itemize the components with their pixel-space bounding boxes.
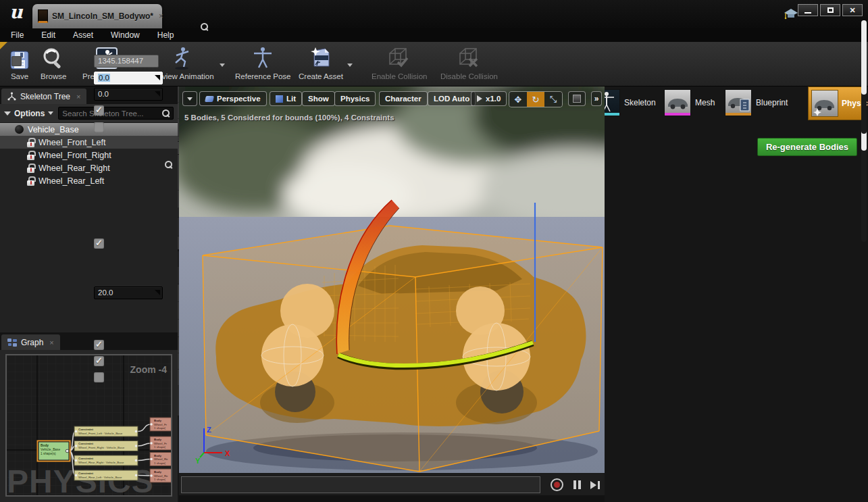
graph-panel: Graph × PHYSICS Zoom -4 [0,332,178,502]
angular-damping-field[interactable]: 0.0 [94,88,163,101]
grid-snap-button[interactable] [568,91,586,106]
viewport-stats: 5 Bodies, 5 Considered for bounds (100%)… [184,114,394,122]
menu-edit[interactable]: Edit [41,30,55,40]
tab-close-icon[interactable]: × [76,93,80,101]
vehicle-base-collision-box[interactable] [203,226,603,472]
preview-animation-dropdown-icon[interactable] [220,64,225,67]
perspective-button[interactable]: Perspective [199,91,267,106]
record-button[interactable] [549,477,565,493]
svg-text:Wheel_Fr: Wheel_Fr [154,423,168,426]
graph-node-body-wheel-rear-left[interactable]: Body Wheel_Re 1 shape( [150,469,171,482]
tab-graph[interactable]: Graph × [1,334,60,350]
preview-animation-icon [170,46,193,70]
disable-collision-button[interactable]: Disable Collision [440,46,498,80]
skeleton-tree-icon [7,92,16,101]
svg-text:Wheel_Re: Wheel_Re [154,474,168,478]
options-dropdown-icon[interactable] [48,111,53,115]
step-forward-button[interactable] [587,477,603,493]
lod-auto-button[interactable]: LOD Auto [428,91,476,106]
svg-text:Wheel_Front_Left : Vehicle_Bas: Wheel_Front_Left : Vehicle_Base [78,432,123,435]
auto-orient-checkbox[interactable] [94,340,104,350]
minimize-button[interactable] [798,4,818,16]
tree-item-wheel-rear-right[interactable]: Wheel_Rear_Right [0,161,178,174]
graph-node-constraint-rear-right[interactable]: Constraint Wheel_Rear_Right : Vehicle_Ba… [74,455,138,466]
value-spinner-icon[interactable] [155,91,160,97]
tutorial-cap-icon[interactable] [784,8,798,20]
graph-canvas[interactable]: PHYSICS Zoom -4 Body [5,354,172,497]
tree-item-wheel-front-right[interactable]: Wheel_Front_Right [0,149,178,161]
mass-override-checkbox[interactable] [11,56,22,66]
create-asset-button[interactable]: Create Asset [299,46,343,80]
graph-node-constraint-front-right[interactable]: Constraint Wheel_Front_Right : Vehicle_B… [74,441,138,451]
svg-text:Vehicle_Base: Vehicle_Base [41,448,60,451]
tab-close-icon[interactable]: × [49,338,53,347]
tab-close-icon[interactable]: × [159,11,163,21]
scale-tool-button[interactable]: ⤡ [544,92,562,107]
graph-node-body-wheel-front-right[interactable]: Body Wheel_Fr 1 shape( [150,436,171,450]
blueprint-asset-button[interactable]: Blueprint [725,89,788,116]
viewport-options-button[interactable] [182,91,197,106]
double-sided-checkbox[interactable] [94,122,104,132]
create-asset-icon [309,46,333,70]
min-bone-size-field[interactable]: 20.0 [94,286,163,299]
menu-file[interactable]: File [11,30,24,40]
svg-text:Constraint: Constraint [78,472,93,475]
show-menu-button[interactable]: Show [302,91,335,106]
tree-item-wheel-rear-left[interactable]: Wheel_Rear_Left [0,174,178,187]
viewport-overflow-chevron[interactable]: » [591,91,602,106]
search-icon [162,109,170,117]
mesh-asset-button[interactable]: Mesh [664,89,715,116]
physics-asset-button[interactable]: Physics [808,86,866,120]
perspective-icon [205,96,214,102]
tab-skeleton-tree[interactable]: Skeleton Tree × [1,89,86,104]
skeleton-tree-search-input[interactable]: Search Skeleton Tree... [58,107,174,120]
svg-text:Body: Body [41,444,49,447]
search-icon [201,23,208,30]
character-menu-button[interactable]: Character [379,91,428,106]
menu-asset[interactable]: Asset [73,30,93,40]
simulation-generates-checkbox[interactable] [94,239,104,249]
maximize-button[interactable] [820,4,840,16]
physics-asset-icon [38,9,48,23]
close-button[interactable]: ✕ [842,4,863,16]
rotate-tool-button[interactable]: ↻ [527,92,544,107]
graph-node-constraint-rear-left[interactable]: Constraint Wheel_Rear_Left : Vehicle_Bas… [74,470,138,480]
physics-menu-button[interactable]: Physics [334,91,376,106]
tree-item-vehicle-base[interactable]: Vehicle_Base [0,123,178,136]
browse-button[interactable]: Browse [41,46,66,80]
create-body-all-checkbox[interactable] [94,372,104,382]
walk-past-checkbox[interactable] [94,356,104,366]
enable-gravity-checkbox[interactable] [94,105,104,116]
lit-mode-button[interactable]: Lit [270,91,302,106]
translate-tool-button[interactable]: ✥ [509,92,527,107]
graph-node-body-wheel-front-left[interactable]: Body Wheel_Fr 1 shape( [150,418,171,431]
document-tab[interactable]: SM_Lincoln_SM_Bodywo* × [32,4,162,28]
blueprint-thumbnail [725,89,752,116]
svg-text:Wheel_Rear_Right : Vehicle_Bas: Wheel_Rear_Right : Vehicle_Base [78,461,124,464]
title-bar: u SM_Lincoln_SM_Bodywo* × ✕ [0,0,868,28]
mesh-thumbnail [664,89,691,116]
graph-node-constraint-front-left[interactable]: Constraint Wheel_Front_Left : Vehicle_Ba… [74,426,138,436]
svg-text:Constraint: Constraint [78,428,93,431]
svg-text:Z: Z [207,426,211,434]
create-asset-dropdown-icon[interactable] [347,64,353,67]
options-button[interactable]: Options [14,109,45,118]
graph-tabbar: Graph × [0,332,178,350]
menu-window[interactable]: Window [111,30,140,40]
pause-button[interactable] [569,477,585,493]
playback-speed-button[interactable]: x1.0 [471,91,507,106]
timeline-scrubber[interactable] [181,476,540,493]
value-spinner-icon[interactable] [155,290,160,295]
browse-to-asset-icon[interactable] [165,161,172,168]
reference-pose-icon [251,46,274,70]
svg-text:Y: Y [195,457,201,465]
linear-damping-field[interactable]: 0.0 [94,72,163,84]
menu-help[interactable]: Help [157,30,174,40]
graph-node-vehicle-base[interactable]: Body Vehicle_Base 1 shape(s) [38,441,70,461]
viewport-canvas[interactable]: Z X Y [179,86,605,473]
enable-collision-button[interactable]: Enable Collision [372,46,427,80]
tree-item-wheel-front-left[interactable]: Wheel_Front_Left [0,136,178,149]
graph-node-body-wheel-rear-right[interactable]: Body Wheel_Re 1 shape( [150,453,171,466]
value-spinner-icon[interactable] [155,75,160,80]
reference-pose-button[interactable]: Reference Pose [235,46,290,80]
